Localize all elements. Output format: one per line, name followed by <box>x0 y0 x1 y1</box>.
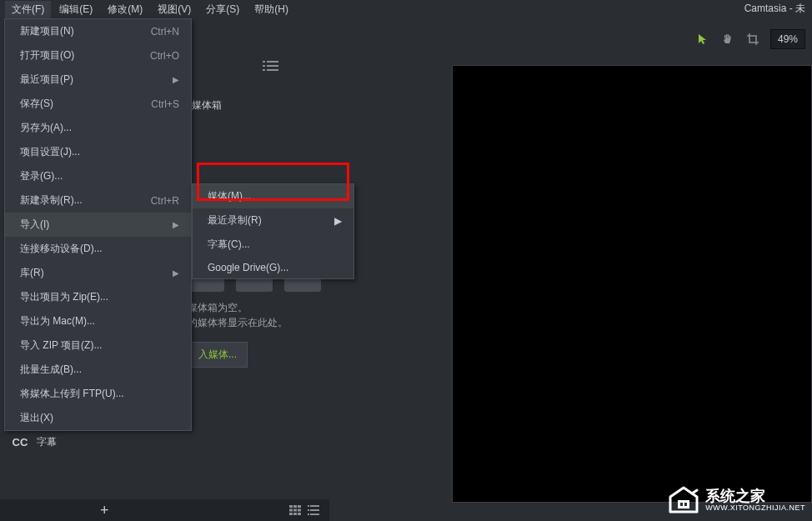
empty-line-2: 的媒体将显示在此处。 <box>188 315 288 330</box>
submenu-item-label: 字幕(C)... <box>208 238 250 252</box>
submenu-arrow-icon: ▶ <box>173 220 179 229</box>
watermark: 系统之家 WWW.XITONGZHIJIA.NET <box>667 485 805 515</box>
submenu-recent-recordings[interactable]: 最近录制(R)▶ <box>193 208 353 233</box>
view-toggle <box>288 504 321 516</box>
svg-rect-24 <box>680 503 683 506</box>
menu-export-zip[interactable]: 导出项目为 Zip(E)... <box>5 285 191 309</box>
menu-shortcut: Ctrl+O <box>150 50 179 62</box>
svg-rect-21 <box>308 513 309 515</box>
menu-new-recording[interactable]: 新建录制(R)...Ctrl+R <box>5 188 191 213</box>
svg-rect-23 <box>678 500 689 508</box>
menu-shortcut: Ctrl+S <box>151 98 179 110</box>
menu-item-label: 打开项目(O) <box>20 48 74 63</box>
menu-view[interactable]: 视图(V) <box>151 1 198 18</box>
menu-upload-ftp[interactable]: 将媒体上传到 FTP(U)... <box>5 382 191 406</box>
menu-import-zip[interactable]: 导入 ZIP 项目(Z)... <box>5 333 191 358</box>
pan-tool-icon[interactable] <box>720 32 735 47</box>
svg-rect-14 <box>289 513 293 515</box>
file-menu-dropdown: 新建项目(N)Ctrl+N 打开项目(O)Ctrl+O 最近项目(P)▶ 保存(… <box>4 18 192 431</box>
pointer-tool-icon[interactable] <box>695 32 710 47</box>
menu-item-label: 项目设置(J)... <box>20 145 80 159</box>
svg-rect-25 <box>684 503 687 506</box>
sidebar-item-label: 字幕 <box>37 435 57 449</box>
menu-edit[interactable]: 编辑(E) <box>53 1 99 18</box>
svg-rect-15 <box>293 513 297 515</box>
menu-item-label: 库(R) <box>20 266 44 280</box>
svg-rect-9 <box>293 505 297 508</box>
menu-exit[interactable]: 退出(X) <box>5 406 191 430</box>
menu-login[interactable]: 登录(G)... <box>5 164 191 188</box>
panel-tabs <box>192 58 283 73</box>
add-media-button[interactable]: + <box>100 502 109 519</box>
import-submenu: 媒体(M)... 最近录制(R)▶ 字幕(C)... Google Drive(… <box>192 183 354 279</box>
svg-rect-18 <box>310 505 319 507</box>
menu-item-label: 登录(G)... <box>20 169 63 183</box>
menu-share[interactable]: 分享(S) <box>199 1 246 18</box>
app-title: Camtasia - 未 <box>744 2 805 16</box>
menu-item-label: 保存(S) <box>20 97 53 111</box>
menu-help[interactable]: 帮助(H) <box>248 1 295 18</box>
list-view-icon[interactable] <box>306 504 321 516</box>
watermark-title: 系统之家 <box>705 488 805 503</box>
menu-item-label: 新建项目(N) <box>20 24 74 38</box>
submenu-arrow-icon: ▶ <box>334 215 342 227</box>
list-view-icon[interactable] <box>258 58 283 73</box>
menu-item-label: 将媒体上传到 FTP(U)... <box>20 387 124 401</box>
grid-view-icon[interactable] <box>288 504 303 516</box>
menu-modify[interactable]: 修改(M) <box>101 1 149 18</box>
submenu-item-label: 最近录制(R) <box>208 213 262 228</box>
menu-item-label: 另存为(A)... <box>20 121 72 135</box>
menu-item-label: 新建录制(R)... <box>20 193 83 208</box>
menu-item-label: 导入 ZIP 项目(Z)... <box>20 338 102 353</box>
submenu-google-drive[interactable]: Google Drive(G)... <box>193 257 353 278</box>
menu-batch-produce[interactable]: 批量生成(B)... <box>5 358 191 382</box>
zoom-level[interactable]: 49% <box>770 29 805 49</box>
watermark-url: WWW.XITONGZHIJIA.NET <box>705 503 805 512</box>
svg-rect-22 <box>310 513 319 515</box>
menu-shortcut: Ctrl+R <box>151 195 179 207</box>
svg-rect-13 <box>298 509 301 512</box>
submenu-media[interactable]: 媒体(M)... <box>193 184 353 208</box>
menu-item-label: 导出为 Mac(M)... <box>20 314 95 328</box>
preview-canvas[interactable] <box>452 65 812 503</box>
menu-open-project[interactable]: 打开项目(O)Ctrl+O <box>5 43 191 68</box>
svg-rect-5 <box>267 69 278 71</box>
menu-recent-projects[interactable]: 最近项目(P)▶ <box>5 68 191 92</box>
menu-item-label: 导出项目为 Zip(E)... <box>20 290 108 304</box>
svg-rect-17 <box>308 505 309 507</box>
empty-line-1: 媒体箱为空。 <box>188 300 288 315</box>
media-empty-message: 媒体箱为空。 的媒体将显示在此处。 <box>188 300 288 330</box>
menu-import[interactable]: 导入(I)▶ <box>5 213 191 237</box>
crop-tool-icon[interactable] <box>745 32 760 47</box>
svg-rect-1 <box>267 61 278 63</box>
menu-item-label: 批量生成(B)... <box>20 363 82 377</box>
menu-connect-mobile[interactable]: 连接移动设备(D)... <box>5 237 191 261</box>
submenu-item-label: 媒体(M)... <box>208 189 251 203</box>
svg-rect-2 <box>263 65 265 67</box>
menu-item-label: 最近项目(P) <box>20 73 73 87</box>
svg-rect-16 <box>298 513 301 515</box>
menu-file[interactable]: 文件(F) <box>5 1 51 18</box>
svg-rect-11 <box>289 509 293 512</box>
watermark-logo-icon <box>667 485 700 515</box>
menu-save[interactable]: 保存(S)Ctrl+S <box>5 92 191 116</box>
submenu-captions[interactable]: 字幕(C)... <box>193 233 353 257</box>
menu-library[interactable]: 库(R)▶ <box>5 261 191 285</box>
svg-rect-0 <box>263 61 265 63</box>
menu-item-label: 连接移动设备(D)... <box>20 242 103 256</box>
import-media-button[interactable]: 入媒体... <box>188 342 248 368</box>
svg-rect-8 <box>289 505 293 508</box>
submenu-item-label: Google Drive(G)... <box>208 262 288 273</box>
menubar: 文件(F) 编辑(E) 修改(M) 视图(V) 分享(S) 帮助(H) <box>0 0 812 18</box>
menu-export-mac[interactable]: 导出为 Mac(M)... <box>5 309 191 333</box>
menu-save-as[interactable]: 另存为(A)... <box>5 116 191 140</box>
media-bottom-bar: + <box>0 499 329 521</box>
menu-new-project[interactable]: 新建项目(N)Ctrl+N <box>5 19 191 43</box>
canvas-toolbar: 49% <box>695 29 805 49</box>
menu-project-settings[interactable]: 项目设置(J)... <box>5 140 191 164</box>
cc-icon: CC <box>12 433 28 450</box>
svg-rect-19 <box>308 509 309 511</box>
menu-item-label: 退出(X) <box>20 411 53 425</box>
submenu-arrow-icon: ▶ <box>173 268 179 278</box>
menu-item-label: 导入(I) <box>20 218 49 232</box>
